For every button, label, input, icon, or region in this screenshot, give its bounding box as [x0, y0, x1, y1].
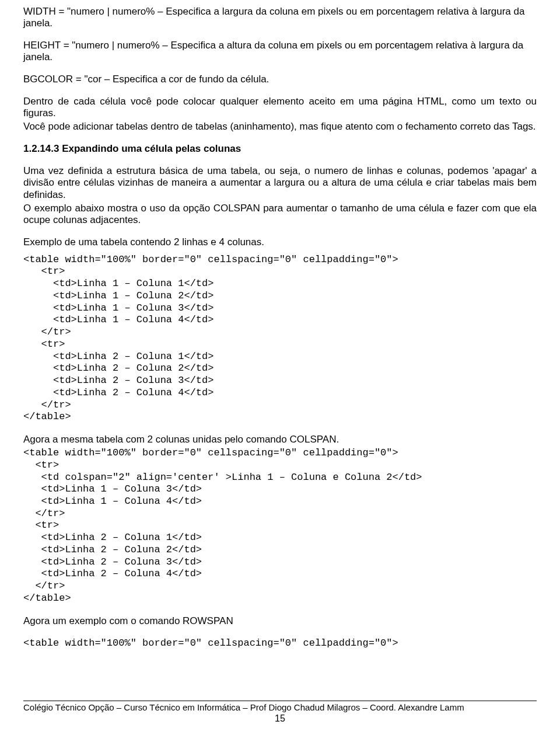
code-block-1: <table width="100%" border="0" cellspaci…	[23, 254, 537, 423]
expansion-description: Uma vez definida a estrutura básica de u…	[23, 165, 537, 225]
paragraph: O exemplo abaixo mostra o uso da opção C…	[23, 203, 537, 226]
section-heading: 1.2.14.3 Expandindo uma célula pelas col…	[23, 143, 537, 155]
code-text: <table width="100%" border="0" cellspaci…	[23, 638, 537, 650]
paragraph: Agora um exemplo com o comando ROWSPAN	[23, 615, 537, 627]
paragraph: WIDTH = "numero | numero% – Especifica a…	[23, 6, 537, 29]
width-definition: WIDTH = "numero | numero% – Especifica a…	[23, 6, 537, 29]
height-definition: HEIGHT = "numero | numero% – Especifica …	[23, 40, 537, 63]
code-block-3: <table width="100%" border="0" cellspaci…	[23, 638, 537, 650]
page-footer: Colégio Técnico Opção – Curso Técnico em…	[23, 701, 537, 724]
footer-text: Colégio Técnico Opção – Curso Técnico em…	[23, 702, 537, 713]
code-text: <table width="100%" border="0" cellspaci…	[23, 447, 537, 605]
paragraph: HEIGHT = "numero | numero% – Especifica …	[23, 40, 537, 63]
paragraph: Exemplo de uma tabela contendo 2 linhas …	[23, 236, 537, 248]
example-intro: Exemplo de uma tabela contendo 2 linhas …	[23, 236, 537, 248]
paragraph: Você pode adicionar tabelas dentro de ta…	[23, 121, 537, 133]
code-text: <table width="100%" border="0" cellspaci…	[23, 254, 537, 423]
paragraph: BGCOLOR = "cor – Especifica a cor de fun…	[23, 74, 537, 85]
bgcolor-definition: BGCOLOR = "cor – Especifica a cor de fun…	[23, 74, 537, 85]
cell-content-note: Dentro de cada célula você pode colocar …	[23, 96, 537, 133]
code-block-2: <table width="100%" border="0" cellspaci…	[23, 447, 537, 605]
paragraph: Uma vez definida a estrutura básica de u…	[23, 165, 537, 200]
heading-text: 1.2.14.3 Expandindo uma célula pelas col…	[23, 143, 537, 155]
colspan-intro: Agora a mesma tabela com 2 colunas unida…	[23, 434, 537, 445]
page-content: WIDTH = "numero | numero% – Especifica a…	[0, 0, 560, 649]
paragraph: Dentro de cada célula você pode colocar …	[23, 96, 537, 119]
rowspan-intro: Agora um exemplo com o comando ROWSPAN	[23, 615, 537, 627]
page-number: 15	[23, 713, 537, 724]
paragraph: Agora a mesma tabela com 2 colunas unida…	[23, 434, 537, 445]
